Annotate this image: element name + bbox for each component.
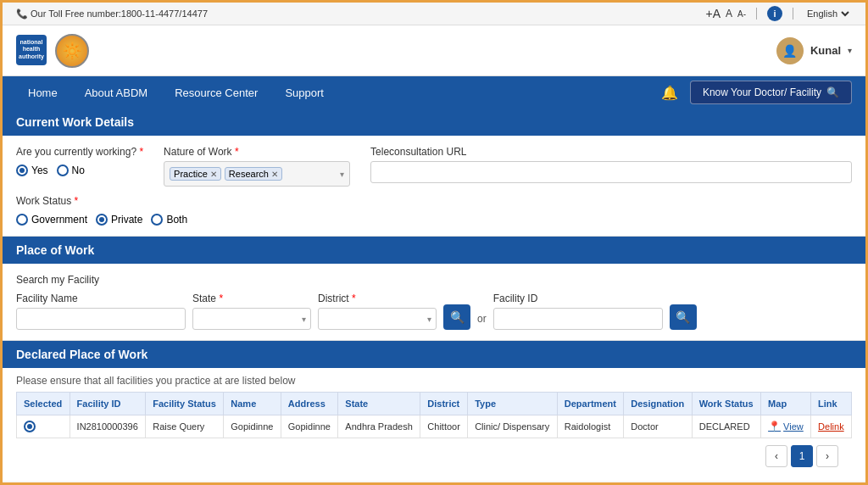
avatar: 👤 (776, 37, 804, 64)
facility-name-group: Facility Name (16, 293, 186, 330)
nha-icon: nationalhealthauthority (16, 35, 47, 65)
working-no[interactable]: No (57, 164, 85, 176)
col-state: State (338, 393, 420, 415)
col-department: Department (557, 393, 624, 415)
facility-name-label: Facility Name (16, 293, 186, 304)
cell-district: Chittoor (420, 415, 468, 438)
cell-state: Andhra Pradesh (338, 415, 420, 438)
or-separator: or (477, 313, 487, 330)
cell-map: 📍 View (761, 415, 811, 438)
nature-group: Nature of Work * Practice ✕ Research ✕ ▾ (164, 146, 350, 187)
status-both[interactable]: Both (151, 214, 187, 226)
cell-department: Raidologist (557, 415, 624, 438)
cell-facility-id: IN2810000396 (70, 415, 146, 438)
work-status-label: Work Status * (16, 195, 852, 207)
declared-place-section: Please ensure that all facilities you pr… (3, 368, 865, 481)
table-description: Please ensure that all facilities you pr… (16, 368, 852, 392)
nature-tag-input[interactable]: Practice ✕ Research ✕ ▾ (164, 161, 350, 187)
col-name: Name (224, 393, 281, 415)
tag-practice-close[interactable]: ✕ (210, 170, 217, 179)
prev-page-button[interactable]: ‹ (765, 445, 787, 467)
facility-name-input[interactable] (16, 308, 186, 330)
nav-about[interactable]: About ABDM (73, 80, 159, 106)
current-work-header: Current Work Details (3, 109, 865, 136)
nav-support[interactable]: Support (273, 80, 336, 106)
font-increase[interactable]: +A (705, 7, 721, 20)
cell-type: Clinic/ Dispensary (468, 415, 558, 438)
state-select-wrapper (192, 308, 311, 330)
col-facility-status: Facility Status (146, 393, 224, 415)
cell-selected (17, 415, 70, 438)
font-controls: +A A A- (705, 7, 746, 20)
search-row: Facility Name State * (16, 293, 852, 330)
place-of-work-header: Place of Work (3, 237, 865, 264)
next-page-button[interactable]: › (816, 445, 838, 467)
district-select-wrapper (318, 308, 437, 330)
district-select[interactable] (318, 308, 437, 330)
tag-research-close[interactable]: ✕ (271, 170, 278, 179)
declared-place-header: Declared Place of Work (3, 341, 865, 368)
logo-area: nationalhealthauthority 🔆 (16, 34, 89, 68)
working-yes[interactable]: Yes (16, 164, 48, 176)
user-area[interactable]: 👤 Kunal ▾ (776, 37, 852, 64)
tag-practice[interactable]: Practice ✕ (170, 167, 221, 181)
pagination: ‹ 1 › (16, 438, 852, 471)
facility-search-button[interactable]: 🔍 (443, 304, 470, 330)
col-facility-id: Facility ID (70, 393, 146, 415)
font-normal[interactable]: A (726, 8, 732, 20)
district-group: District * (318, 293, 437, 330)
col-map: Map (761, 393, 811, 415)
map-view-link[interactable]: 📍 View (768, 421, 804, 432)
nha-logo: nationalhealthauthority (16, 35, 47, 67)
main-content: Current Work Details Are you currently w… (3, 109, 865, 482)
nav-home[interactable]: Home (16, 80, 70, 106)
row-selected-radio[interactable] (24, 421, 36, 432)
language-select[interactable]: English (804, 8, 852, 20)
teleconsultation-group: Teleconsultation URL (370, 146, 852, 183)
tag-input-arrow: ▾ (340, 170, 344, 179)
state-select[interactable] (192, 308, 311, 330)
nature-label: Nature of Work * (164, 146, 350, 158)
place-of-work-form: Search my Facility Facility Name State * (3, 264, 865, 341)
bell-icon[interactable]: 🔔 (661, 85, 678, 101)
teleconsultation-input[interactable] (370, 161, 852, 183)
divider2 (793, 8, 793, 20)
know-doctor-button[interactable]: Know Your Doctor/ Facility 🔍 (690, 81, 852, 104)
facility-id-search-button[interactable]: 🔍 (670, 304, 697, 330)
col-address: Address (281, 393, 338, 415)
col-designation: Designation (624, 393, 692, 415)
cell-facility-status: Raise Query (146, 415, 224, 438)
status-government[interactable]: Government (16, 214, 87, 226)
delink-button[interactable]: Delink (818, 421, 844, 432)
cell-work-status: DECLARED (692, 415, 760, 438)
col-work-status: Work Status (692, 393, 760, 415)
nav-resource[interactable]: Resource Center (163, 80, 270, 106)
divider (756, 8, 757, 20)
work-status-radio-group: Government Private Both (16, 214, 852, 226)
facility-id-input[interactable] (493, 308, 663, 330)
cell-name: Gopidinne (224, 415, 281, 438)
col-selected: Selected (17, 393, 70, 415)
phone-icon: 📞 (16, 8, 28, 19)
status-private[interactable]: Private (96, 214, 142, 226)
info-icon[interactable]: i (767, 6, 782, 21)
facility-id-label: Facility ID (493, 293, 663, 304)
teleconsultation-label: Teleconsultation URL (370, 146, 852, 158)
government-radio[interactable] (16, 214, 28, 226)
private-radio[interactable] (96, 214, 108, 226)
table-row: IN2810000396 Raise Query Gopidinne Gopid… (17, 415, 852, 438)
cell-link: Delink (811, 415, 852, 438)
user-name: Kunal (810, 44, 841, 57)
toll-free-text: 📞 Our Toll Free number:1800-11-4477/1447… (16, 8, 208, 20)
tag-research[interactable]: Research ✕ (225, 167, 282, 181)
work-status-group: Work Status * Government Private Both (16, 195, 852, 226)
both-radio[interactable] (151, 214, 163, 226)
font-decrease[interactable]: A- (737, 9, 746, 19)
user-dropdown-arrow[interactable]: ▾ (848, 46, 852, 55)
page-1-button[interactable]: 1 (791, 445, 813, 467)
yes-radio[interactable] (16, 164, 28, 176)
cell-address: Gopidinne (281, 415, 338, 438)
table-header-row: Selected Facility ID Facility Status Nam… (17, 393, 852, 415)
no-radio[interactable] (57, 164, 69, 176)
search-facility-label: Search my Facility (16, 274, 852, 286)
